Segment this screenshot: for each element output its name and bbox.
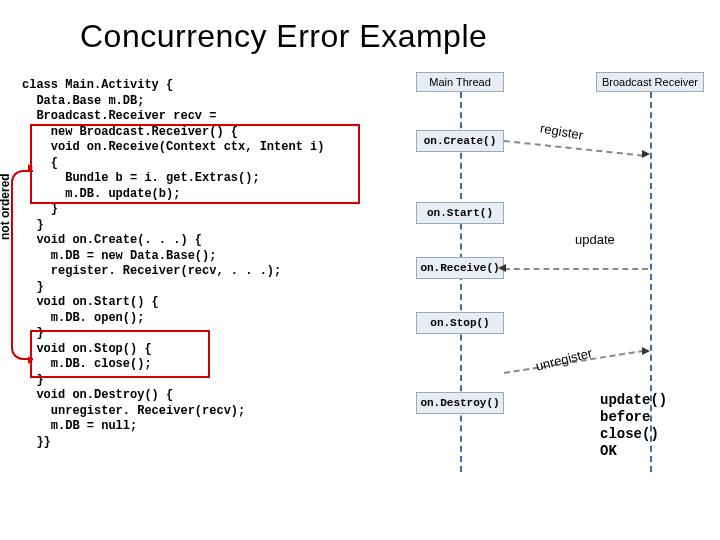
header-broadcast-receiver: Broadcast Receiver <box>596 72 704 92</box>
conclusion-l1: update() <box>600 392 667 409</box>
not-ordered-arc <box>11 170 33 360</box>
arrow-register-head <box>642 150 650 158</box>
call-onreceive: on.Receive() <box>416 257 504 279</box>
conclusion-text: update() before close() OK <box>600 392 667 460</box>
highlight-onstop <box>30 330 210 378</box>
label-register: register <box>539 120 584 142</box>
label-update: update <box>575 232 615 247</box>
slide-title: Concurrency Error Example <box>0 0 720 55</box>
header-main-thread: Main Thread <box>416 72 504 92</box>
arrow-register <box>504 140 643 157</box>
conclusion-l4: OK <box>600 443 667 460</box>
call-oncreate: on.Create() <box>416 130 504 152</box>
arc-arrow-bottom <box>28 356 33 364</box>
conclusion-l3: close() <box>600 426 667 443</box>
conclusion-l2: before <box>600 409 667 426</box>
arrow-update-head <box>498 264 506 272</box>
arrow-update <box>504 268 648 270</box>
arc-arrow-top <box>28 164 33 172</box>
call-onstart: on.Start() <box>416 202 504 224</box>
sequence-diagram: Main Thread Broadcast Receiver on.Create… <box>380 72 710 512</box>
label-unregister: unregister <box>534 345 594 374</box>
call-ondestroy: on.Destroy() <box>416 392 504 414</box>
arrow-unregister-head <box>642 347 650 355</box>
highlight-onreceive <box>30 124 360 204</box>
call-onstop: on.Stop() <box>416 312 504 334</box>
